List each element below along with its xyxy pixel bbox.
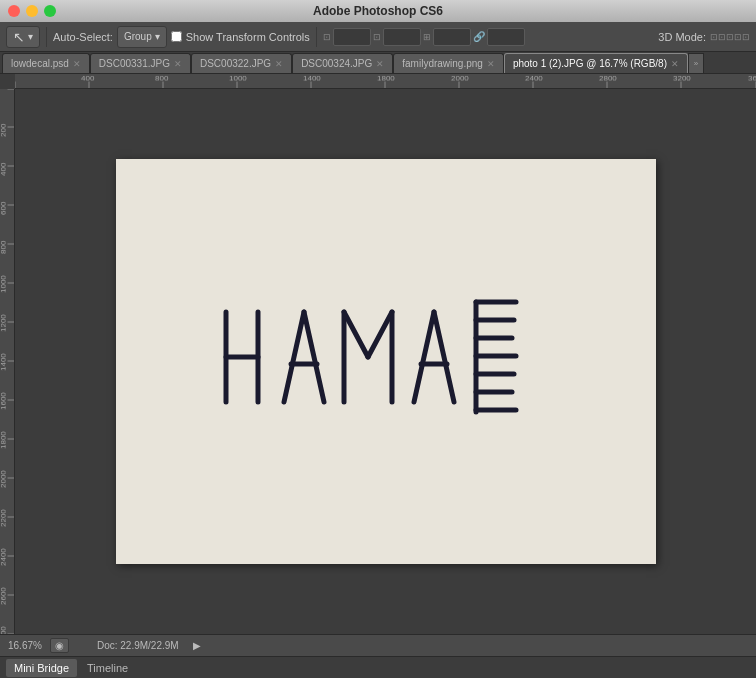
title-bar: Adobe Photoshop CS6 — [0, 0, 756, 22]
auto-select-label: Auto-Select: — [53, 31, 113, 43]
close-button[interactable] — [8, 5, 20, 17]
doc-text: Doc: — [97, 640, 118, 651]
status-bar: 16.67% ◉ Doc: 22.9M/22.9M ▶ — [0, 634, 756, 656]
toolbar-separator-1 — [46, 27, 47, 47]
ruler-left — [0, 89, 15, 634]
toolbar-separator-2 — [316, 27, 317, 47]
ruler-top — [15, 74, 756, 89]
svg-line-4 — [304, 312, 324, 402]
transform-icon-1: ⊡ — [323, 32, 331, 42]
svg-line-8 — [368, 312, 392, 357]
tab-label-dsc00324: DSC00324.JPG — [301, 58, 372, 69]
show-transform-label[interactable]: Show Transform Controls — [171, 31, 310, 43]
tab-label-familydrawing: familydrawing.png — [402, 58, 483, 69]
tab-dsc00322[interactable]: DSC00322.JPG ✕ — [191, 53, 292, 73]
svg-line-11 — [434, 312, 454, 402]
tab-photo1[interactable]: photo 1 (2).JPG @ 16.7% (RGB/8) ✕ — [504, 53, 688, 73]
tabs-bar: lowdecal.psd ✕ DSC00331.JPG ✕ DSC00322.J… — [0, 52, 756, 74]
transform-controls: ⊡ ⊡ ⊞ 🔗 — [323, 28, 525, 46]
tab-close-dsc00324[interactable]: ✕ — [376, 59, 384, 69]
minimize-button[interactable] — [26, 5, 38, 17]
tab-overflow-button[interactable]: » — [688, 53, 704, 73]
tab-lowdecal[interactable]: lowdecal.psd ✕ — [2, 53, 90, 73]
tab-close-lowdecal[interactable]: ✕ — [73, 59, 81, 69]
height-input[interactable] — [487, 28, 525, 46]
tab-close-photo1[interactable]: ✕ — [671, 59, 679, 69]
tab-familydrawing[interactable]: familydrawing.png ✕ — [393, 53, 504, 73]
tab-dsc00324[interactable]: DSC00324.JPG ✕ — [292, 53, 393, 73]
move-tool-icon: ↖ — [13, 29, 25, 45]
handwriting-svg — [196, 282, 576, 442]
show-transform-checkbox[interactable] — [171, 31, 182, 42]
zoom-options-button[interactable]: ◉ — [50, 638, 69, 653]
tab-close-dsc00322[interactable]: ✕ — [275, 59, 283, 69]
tab-dsc00331[interactable]: DSC00331.JPG ✕ — [90, 53, 191, 73]
3d-mode-icons: ⊡⊡⊡⊡⊡ — [710, 32, 750, 42]
bottom-panel: Mini Bridge Timeline — [0, 656, 756, 678]
group-label: Group — [124, 31, 152, 42]
tab-label-dsc00331: DSC00331.JPG — [99, 58, 170, 69]
window-title: Adobe Photoshop CS6 — [313, 4, 443, 18]
toolbar-right: 3D Mode: ⊡⊡⊡⊡⊡ — [658, 31, 750, 43]
chain-icon: 🔗 — [473, 31, 485, 42]
group-dropdown[interactable]: Group ▾ — [117, 26, 167, 48]
svg-line-3 — [284, 312, 304, 402]
ruler-left-canvas — [0, 89, 14, 634]
show-transform-text: Show Transform Controls — [186, 31, 310, 43]
y-position-input[interactable] — [383, 28, 421, 46]
zoom-level: 16.67% — [8, 640, 42, 651]
transform-icon-2: ⊡ — [373, 32, 381, 42]
panel-tab-mini-bridge[interactable]: Mini Bridge — [6, 659, 77, 677]
doc-label: Doc: 22.9M/22.9M — [97, 640, 179, 651]
toolbar: ↖ ▾ Auto-Select: Group ▾ Show Transform … — [0, 22, 756, 52]
mini-bridge-label: Mini Bridge — [14, 662, 69, 674]
move-tool-dropdown[interactable]: ▾ — [28, 31, 33, 42]
timeline-label: Timeline — [87, 662, 128, 674]
move-tool-button[interactable]: ↖ ▾ — [6, 26, 40, 48]
canvas-viewport[interactable] — [15, 89, 756, 634]
doc-size: 22.9M/22.9M — [120, 640, 178, 651]
3d-mode-label: 3D Mode: — [658, 31, 706, 43]
svg-line-7 — [344, 312, 368, 357]
x-position-input[interactable] — [333, 28, 371, 46]
content-area — [0, 89, 756, 634]
tab-label-photo1: photo 1 (2).JPG @ 16.7% (RGB/8) — [513, 58, 667, 69]
maximize-button[interactable] — [44, 5, 56, 17]
panel-tab-timeline[interactable]: Timeline — [79, 659, 136, 677]
tab-label-lowdecal: lowdecal.psd — [11, 58, 69, 69]
transform-icon-3: ⊞ — [423, 32, 431, 42]
window-controls — [8, 5, 56, 17]
group-dropdown-arrow: ▾ — [155, 31, 160, 42]
tab-close-dsc00331[interactable]: ✕ — [174, 59, 182, 69]
tab-label-dsc00322: DSC00322.JPG — [200, 58, 271, 69]
svg-line-10 — [414, 312, 434, 402]
width-input[interactable] — [433, 28, 471, 46]
ruler-top-canvas — [15, 74, 756, 88]
main-area — [0, 74, 756, 634]
progress-arrow: ▶ — [193, 640, 201, 651]
photo-canvas — [116, 159, 656, 564]
tab-close-familydrawing[interactable]: ✕ — [487, 59, 495, 69]
